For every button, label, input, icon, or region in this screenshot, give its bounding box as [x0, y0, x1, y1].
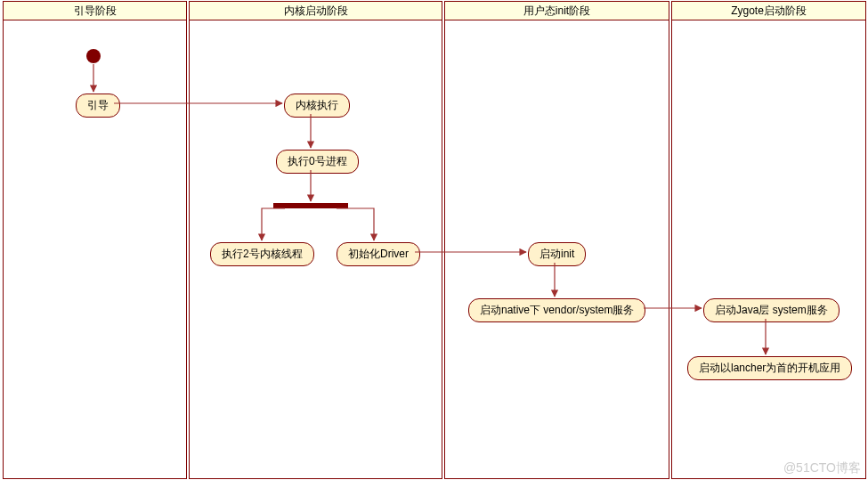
fork-bar	[273, 203, 348, 208]
node-kthread2: 执行2号内核线程	[210, 242, 314, 266]
start-node-icon	[86, 49, 101, 63]
node-driver: 初始化Driver	[337, 242, 420, 266]
node-init: 启动init	[528, 242, 586, 266]
node-kernel-exec: 内核执行	[284, 94, 350, 118]
lane-init: 用户态init阶段	[444, 1, 669, 479]
lane-header: 引导阶段	[4, 2, 186, 20]
node-java: 启动Java层 system服务	[703, 298, 840, 322]
node-boot: 引导	[76, 94, 120, 118]
lane-header: 内核启动阶段	[190, 2, 442, 20]
diagram-canvas: 引导阶段 内核启动阶段 用户态init阶段 Zygote启动阶段 引导 内核执行…	[0, 0, 868, 480]
lane-zygote: Zygote启动阶段	[671, 1, 866, 479]
node-native: 启动native下 vendor/system服务	[468, 298, 645, 322]
lane-boot: 引导阶段	[3, 1, 187, 479]
lane-header: Zygote启动阶段	[672, 2, 865, 20]
watermark: @51CTO博客	[783, 460, 861, 476]
lane-kernel: 内核启动阶段	[189, 1, 442, 479]
node-launcher: 启动以lancher为首的开机应用	[687, 356, 852, 380]
lane-header: 用户态init阶段	[445, 2, 669, 20]
node-proc0: 执行0号进程	[276, 150, 359, 174]
